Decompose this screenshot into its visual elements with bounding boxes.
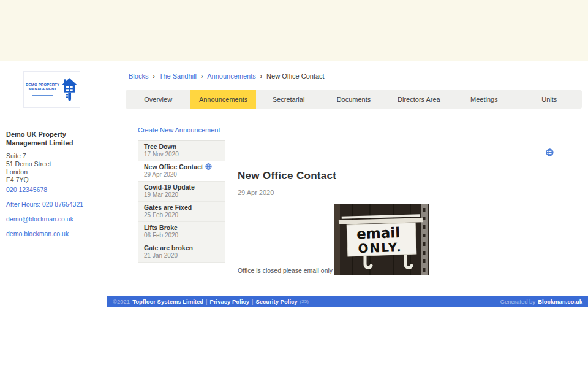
announcement-list: Tree Down 17 Nov 2020 New Office Contact… — [138, 140, 225, 263]
tab-secretarial[interactable]: Secretarial — [256, 90, 321, 109]
blockman-link[interactable]: Blockman.co.uk — [538, 298, 582, 305]
announcement-date: 25 Feb 2020 — [144, 212, 219, 219]
footer-pipe: | — [252, 298, 253, 305]
address-line: Suite 7 — [6, 152, 51, 160]
visibility-globe-button[interactable] — [546, 148, 554, 159]
announcement-date: 17 Nov 2020 — [144, 151, 219, 158]
sign-text-line1: email — [356, 224, 401, 242]
announcement-title: Tree Down — [144, 143, 219, 151]
announcement-title: New Office Contact — [144, 163, 203, 171]
globe-icon — [205, 163, 212, 170]
detail-body: Office is closed please email only — [238, 204, 570, 275]
announcements-section: Tree Down 17 Nov 2020 New Office Contact… — [138, 140, 570, 294]
sign-text-line2: ONLY. — [358, 240, 402, 256]
topfloor-link[interactable]: Topfloor Systems Limited — [132, 298, 203, 305]
company-logo: DEMO PROPERTY MANAGEMENT — [23, 71, 80, 108]
security-policy-link[interactable]: Security Policy — [255, 298, 297, 305]
detail-date: 29 Apr 2020 — [238, 189, 570, 196]
detail-caption: Office is closed please email only — [238, 267, 333, 275]
security-policy-count: (25) — [300, 299, 309, 304]
list-item[interactable]: Tree Down 17 Nov 2020 — [138, 141, 225, 161]
logo-line2: MANAGEMENT — [26, 87, 59, 91]
list-item[interactable]: Covid-19 Update 19 Mar 2020 — [138, 182, 225, 202]
announcement-title: Gates are Fixed — [144, 204, 219, 212]
tab-bar: Overview Announcements Secretarial Docum… — [126, 90, 582, 109]
footer-pipe: | — [206, 298, 207, 305]
list-item[interactable]: Gates are Fixed 25 Feb 2020 — [138, 202, 225, 222]
breadcrumb: Blocks › The Sandhill › Announcements › … — [129, 72, 325, 80]
breadcrumb-separator: › — [153, 73, 154, 80]
house-key-icon — [61, 75, 78, 104]
tab-documents[interactable]: Documents — [321, 90, 386, 109]
sidebar: DEMO PROPERTY MANAGEMENT Demo UK Propert… — [0, 61, 107, 294]
top-banner — [0, 0, 588, 61]
announcement-date: 06 Feb 2020 — [144, 232, 219, 239]
breadcrumb-the-sandhill[interactable]: The Sandhill — [159, 72, 197, 80]
logo-tagline — [32, 95, 53, 96]
generated-by-label: Generated by — [500, 298, 536, 305]
address-line: E4 7YQ — [6, 176, 51, 184]
announcement-title: Gate are broken — [144, 244, 219, 252]
announcement-date: 21 Jan 2020 — [144, 252, 219, 259]
list-item[interactable]: Gate are broken 21 Jan 2020 — [138, 242, 225, 263]
detail-title: New Office Contact — [238, 170, 570, 182]
phone-link[interactable]: 020 12345678 — [6, 186, 47, 193]
address-line: 51 Demo Street — [6, 160, 51, 168]
main-content: Blocks › The Sandhill › Announcements › … — [107, 61, 588, 296]
tab-announcements[interactable]: Announcements — [190, 90, 255, 109]
company-address: Suite 7 51 Demo Street London E4 7YQ — [6, 152, 51, 184]
announcement-detail: New Office Contact 29 Apr 2020 Office is… — [225, 140, 570, 294]
announcement-date: 19 Mar 2020 — [144, 191, 219, 199]
logo-text: DEMO PROPERTY MANAGEMENT — [26, 83, 59, 96]
announcement-title: Covid-19 Update — [144, 183, 219, 191]
after-hours-phone-link[interactable]: After Hours: 020 87654321 — [6, 201, 83, 208]
footer-right: Generated by Blockman.co.uk — [500, 298, 582, 305]
breadcrumb-announcements[interactable]: Announcements — [207, 72, 256, 80]
footer-left: ©2021 Topfloor Systems Limited | Privacy… — [113, 298, 309, 305]
tab-directors-area[interactable]: Directors Area — [386, 90, 451, 109]
privacy-policy-link[interactable]: Privacy Policy — [210, 298, 249, 305]
tab-overview[interactable]: Overview — [126, 90, 190, 109]
breadcrumb-blocks[interactable]: Blocks — [129, 72, 148, 80]
address-line: London — [6, 168, 51, 176]
company-name: Demo UK Property Management Limited — [6, 130, 101, 147]
breadcrumb-current: New Office Contact — [266, 72, 325, 80]
tab-units[interactable]: Units — [517, 90, 582, 109]
logo-line1: DEMO PROPERTY — [26, 83, 59, 87]
list-item-selected[interactable]: New Office Contact 29 Apr 2020 — [138, 161, 225, 182]
copyright: ©2021 — [113, 298, 130, 305]
tab-meetings[interactable]: Meetings — [451, 90, 516, 109]
email-only-photo: email ONLY. — [334, 204, 429, 275]
create-new-announcement-link[interactable]: Create New Announcement — [138, 126, 221, 134]
website-link[interactable]: demo.blockman.co.uk — [6, 230, 69, 237]
announcement-date: 29 Apr 2020 — [144, 171, 219, 178]
announcement-title: Lifts Broke — [144, 224, 219, 232]
breadcrumb-separator: › — [260, 73, 262, 80]
email-link[interactable]: demo@blockman.co.uk — [6, 215, 74, 223]
list-item[interactable]: Lifts Broke 06 Feb 2020 — [138, 222, 225, 242]
breadcrumb-separator: › — [201, 73, 203, 80]
footer: ©2021 Topfloor Systems Limited | Privacy… — [107, 296, 588, 307]
globe-icon — [546, 148, 554, 156]
